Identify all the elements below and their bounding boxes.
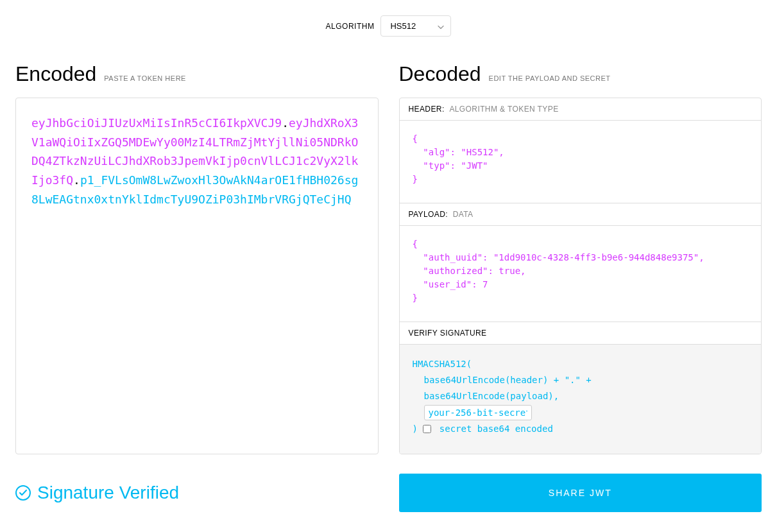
encoded-signature-segment: p1_FVLsOmW8LwZwoxHl3OwAkN4arOE1fHBH026sg… bbox=[31, 173, 358, 206]
sig-func-close: ) bbox=[413, 424, 418, 434]
sig-func-open: HMACSHA512( bbox=[413, 356, 749, 372]
signature-section-label: VERIFY SIGNATURE bbox=[409, 329, 487, 338]
payload-section-title: PAYLOAD: DATA bbox=[400, 203, 762, 226]
algorithm-label: ALGORITHM bbox=[326, 22, 375, 31]
encoded-token-box[interactable]: eyJhbGciOiJIUzUxMiIsInR5cCI6IkpXVCJ9.eyJ… bbox=[15, 98, 379, 454]
chevron-down-icon bbox=[438, 21, 444, 31]
decoded-title: Decoded bbox=[399, 62, 481, 86]
signature-body: HMACSHA512( base64UrlEncode(header) + ".… bbox=[400, 345, 762, 454]
header-section-label: HEADER: bbox=[409, 105, 445, 114]
header-section-hint: ALGORITHM & TOKEN TYPE bbox=[449, 105, 558, 114]
sig-line-1: base64UrlEncode(header) + "." + bbox=[413, 372, 749, 388]
decoded-subtitle: EDIT THE PAYLOAD AND SECRET bbox=[489, 74, 611, 82]
header-json-body[interactable]: { "alg": "HS512", "typ": "JWT" } bbox=[400, 121, 762, 203]
secret-base64-checkbox[interactable] bbox=[423, 425, 431, 433]
payload-json-body[interactable]: { "auth_uuid": "1dd9010c-4328-4ff3-b9e6-… bbox=[400, 226, 762, 322]
encoded-title: Encoded bbox=[15, 62, 96, 86]
share-jwt-button[interactable]: SHARE JWT bbox=[399, 474, 762, 512]
header-section-title: HEADER: ALGORITHM & TOKEN TYPE bbox=[400, 98, 762, 121]
secret-input[interactable] bbox=[424, 405, 532, 420]
encoded-header-segment: eyJhbGciOiJIUzUxMiIsInR5cCI6IkpXVCJ9 bbox=[31, 116, 282, 130]
algorithm-select[interactable]: HS512 bbox=[380, 15, 451, 37]
payload-section-label: PAYLOAD: bbox=[409, 210, 448, 219]
sig-line-2: base64UrlEncode(payload), bbox=[413, 388, 749, 404]
decoded-box: HEADER: ALGORITHM & TOKEN TYPE { "alg": … bbox=[399, 98, 762, 454]
encoded-subtitle: PASTE A TOKEN HERE bbox=[104, 74, 186, 82]
signature-section-title: VERIFY SIGNATURE bbox=[400, 322, 762, 345]
algorithm-selected-value: HS512 bbox=[390, 21, 416, 31]
encoded-dot-2: . bbox=[73, 173, 80, 187]
signature-status-text: Signature Verified bbox=[37, 483, 179, 503]
secret-base64-label: secret base64 encoded bbox=[440, 424, 553, 434]
payload-section-hint: DATA bbox=[453, 210, 474, 219]
check-circle-icon bbox=[15, 485, 31, 501]
encoded-dot-1: . bbox=[282, 116, 289, 130]
